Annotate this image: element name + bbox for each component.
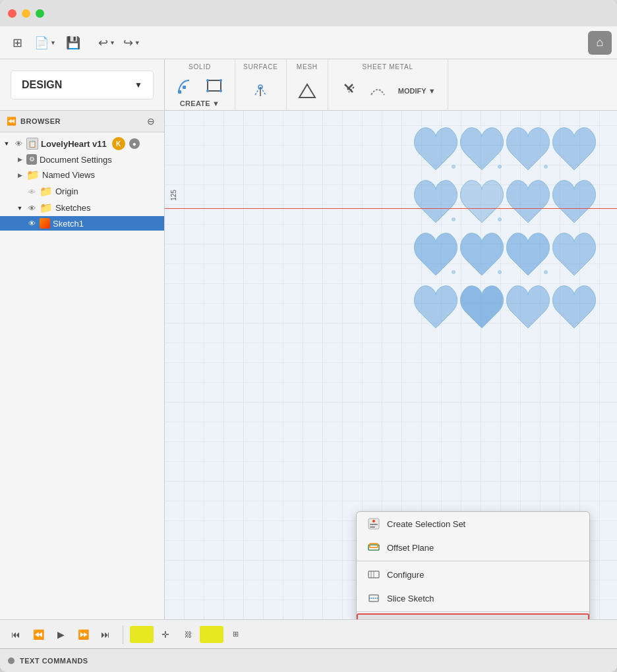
redo-dropdown[interactable]: ↪ ▼ bbox=[121, 31, 143, 55]
extrude-icon bbox=[251, 82, 270, 100]
scissors-icon bbox=[339, 82, 358, 100]
design-chevron-icon: ▼ bbox=[134, 80, 142, 90]
menu-item-create-selection-set[interactable]: Create Selection Set bbox=[357, 512, 589, 536]
tree-item-named-views[interactable]: ▶ 📁 Named Views bbox=[0, 167, 164, 183]
redo-icon: ↪ bbox=[123, 36, 133, 50]
grid-icon: ⊞ bbox=[233, 630, 239, 638]
rectangle-tool-button[interactable] bbox=[202, 73, 227, 98]
svg-point-14 bbox=[498, 217, 502, 221]
arc-icon bbox=[176, 76, 194, 95]
menu-item-offset-plane[interactable]: Offset Plane bbox=[357, 536, 589, 559]
slice-sketch-icon bbox=[367, 592, 380, 605]
create-chevron-icon: ▼ bbox=[212, 99, 220, 107]
svg-point-15 bbox=[452, 270, 455, 274]
first-frame-icon: ⏮ bbox=[11, 629, 20, 640]
viewport[interactable]: 125 bbox=[165, 111, 617, 619]
timeline-keyframe-1[interactable] bbox=[130, 626, 154, 643]
visibility-icon[interactable]: 👁 bbox=[26, 203, 37, 213]
modify-label: MODIFY bbox=[398, 87, 426, 95]
configure-icon bbox=[367, 568, 380, 581]
svg-point-11 bbox=[498, 165, 502, 169]
move-icon-button[interactable]: ✛ bbox=[155, 624, 176, 645]
svg-point-16 bbox=[498, 270, 502, 274]
timeline-cluster: ✛ ⛓ ⊞ bbox=[130, 624, 246, 645]
ribbon-category-surface: SURFACE bbox=[235, 59, 287, 110]
close-button[interactable] bbox=[8, 9, 16, 18]
undo-icon: ↩ bbox=[98, 36, 108, 50]
triangle-tool-button[interactable] bbox=[295, 78, 320, 103]
visibility-icon[interactable]: 👁 bbox=[13, 138, 24, 149]
new-file-chevron: ▼ bbox=[50, 40, 56, 46]
ribbon-category-sheet-metal: SHEET METAL bbox=[328, 59, 448, 110]
timeline-keyframe-2[interactable] bbox=[200, 626, 223, 643]
curve-tool-button[interactable] bbox=[365, 78, 390, 103]
grid-button[interactable]: ⊞ bbox=[225, 624, 246, 645]
svg-point-5 bbox=[206, 90, 209, 92]
prev-frame-icon: ⏪ bbox=[33, 629, 44, 640]
tree-item-sketch1[interactable]: 👁 Sketch1 bbox=[0, 216, 164, 231]
svg-point-3 bbox=[206, 79, 209, 82]
create-selection-set-label: Create Selection Set bbox=[387, 519, 465, 529]
menu-item-slice-sketch[interactable]: Slice Sketch bbox=[357, 586, 589, 610]
prev-frame-button[interactable]: ⏪ bbox=[28, 624, 49, 645]
next-frame-button[interactable]: ⏩ bbox=[73, 624, 94, 645]
visibility-crossed-icon[interactable]: 👁 bbox=[26, 186, 37, 197]
tree-item-document-settings[interactable]: ▶ ⚙ Document Settings bbox=[0, 152, 164, 167]
last-frame-icon: ⏭ bbox=[101, 629, 110, 640]
svg-point-10 bbox=[452, 165, 455, 169]
offset-plane-icon bbox=[367, 541, 380, 554]
menu-item-save-as-dxf[interactable]: DXF Save As DXF bbox=[357, 613, 589, 619]
main-area: ⏪ BROWSER ⊖ ▼ 👁 📋 LovelyHeart v11 K ● bbox=[0, 111, 617, 619]
grid-view-button[interactable]: ⊞ bbox=[5, 31, 29, 55]
tree-item-lovelyheart[interactable]: ▼ 👁 📋 LovelyHeart v11 K ● bbox=[0, 135, 164, 152]
home-button[interactable]: ⌂ bbox=[588, 31, 612, 55]
play-button[interactable]: ▶ bbox=[50, 624, 71, 645]
chevron-right-icon: ▶ bbox=[16, 171, 24, 179]
create-dropdown[interactable]: CREATE ▼ bbox=[176, 98, 223, 109]
modify-dropdown[interactable]: MODIFY ▼ bbox=[394, 86, 440, 96]
svg-point-12 bbox=[544, 165, 548, 169]
browser-collapse-icon[interactable]: ⏪ bbox=[7, 117, 16, 126]
document-icon: 📋 bbox=[26, 138, 38, 150]
mesh-tools bbox=[295, 73, 320, 109]
text-commands-label: TEXT COMMANDS bbox=[20, 657, 88, 665]
new-file-dropdown[interactable]: 📄 ▼ bbox=[32, 31, 59, 55]
tree-item-sketches[interactable]: ▼ 👁 📁 Sketches bbox=[0, 200, 164, 216]
undo-chevron: ▼ bbox=[109, 40, 115, 46]
save-button[interactable]: 💾 bbox=[61, 31, 85, 55]
modify-chevron-icon: ▼ bbox=[428, 87, 436, 95]
svg-point-17 bbox=[544, 270, 548, 274]
maximize-button[interactable] bbox=[36, 9, 44, 18]
chevron-down-icon: ▼ bbox=[3, 140, 11, 148]
mesh-label: MESH bbox=[297, 63, 318, 70]
document-settings-label: Document Settings bbox=[40, 155, 112, 165]
extrude-tool-button[interactable] bbox=[248, 78, 273, 103]
text-commands-dot bbox=[8, 658, 15, 664]
bottom-toolbar: ⏮ ⏪ ▶ ⏩ ⏭ ✛ ⛓ ⊞ bbox=[0, 619, 617, 648]
link-button[interactable]: ⛓ bbox=[177, 624, 198, 645]
undo-dropdown[interactable]: ↩ ▼ bbox=[96, 31, 118, 55]
offset-plane-label: Offset Plane bbox=[387, 543, 434, 553]
timeline-controls: ⏮ ⏪ ▶ ⏩ ⏭ bbox=[5, 624, 116, 645]
configure-label: Configure bbox=[387, 570, 424, 580]
last-frame-button[interactable]: ⏭ bbox=[95, 624, 116, 645]
scissors-tool-button[interactable] bbox=[336, 78, 361, 103]
arc-tool-button[interactable] bbox=[173, 73, 198, 98]
design-button[interactable]: DESIGN ▼ bbox=[11, 70, 154, 99]
sketch-pencil-icon bbox=[40, 218, 50, 229]
link-icon: ⛓ bbox=[185, 630, 192, 638]
ribbon-right: SOLID bbox=[165, 59, 617, 110]
visibility-icon[interactable]: 👁 bbox=[26, 218, 37, 229]
tree-item-origin[interactable]: ▶ 👁 📁 Origin bbox=[0, 183, 164, 200]
hearts-visualization bbox=[406, 117, 610, 434]
menu-item-configure[interactable]: Configure bbox=[357, 563, 589, 586]
first-frame-button[interactable]: ⏮ bbox=[5, 624, 26, 645]
browser-minimize-button[interactable]: ⊖ bbox=[144, 115, 158, 128]
ribbon-area: DESIGN ▼ SOLID bbox=[0, 59, 617, 111]
folder-sketches-icon: 📁 bbox=[40, 202, 53, 214]
svg-marker-9 bbox=[299, 84, 315, 98]
minimize-button[interactable] bbox=[22, 9, 30, 18]
menu-separator-1 bbox=[357, 561, 589, 561]
rectangle-icon bbox=[205, 76, 223, 95]
title-bar bbox=[0, 0, 617, 26]
